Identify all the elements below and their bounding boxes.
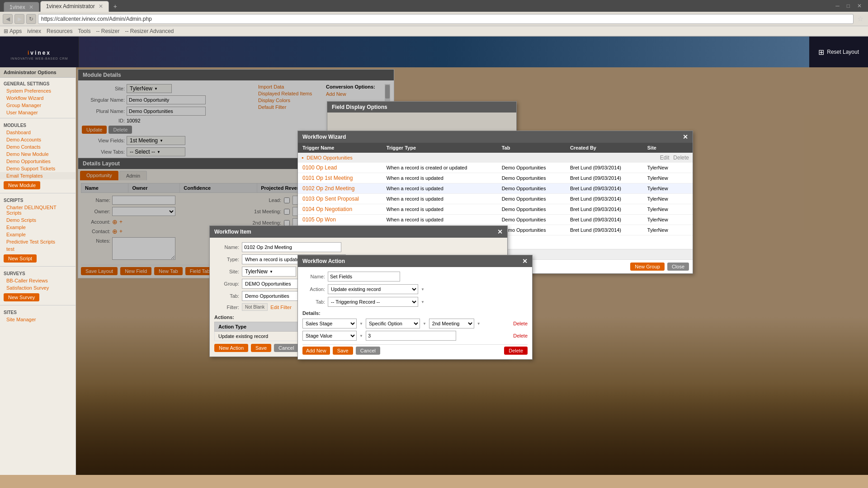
- bookmark-apps[interactable]: ⊞ Apps: [4, 28, 22, 34]
- window-maximize[interactable]: □: [844, 2, 853, 10]
- back-button[interactable]: ◀: [3, 14, 13, 24]
- row4-name[interactable]: 0103 Op Sent Proposal: [302, 196, 359, 202]
- group-edit-link[interactable]: Edit: [660, 155, 670, 161]
- window-close[interactable]: ✕: [854, 2, 864, 10]
- row6-name[interactable]: 0105 Op Won: [302, 216, 336, 223]
- bookmark-resources[interactable]: Resources: [47, 28, 72, 34]
- new-tab-btn[interactable]: +: [110, 1, 121, 12]
- wa-value-type-select-1[interactable]: 2nd Meeting: [429, 319, 474, 328]
- sidebar-item-charter[interactable]: Charter DELINQUENT Scripts: [0, 204, 75, 216]
- sidebar: Administrator Options GENERAL SETTINGS S…: [0, 67, 76, 475]
- wa-action-select[interactable]: Update existing record: [328, 284, 418, 294]
- refresh-button[interactable]: ↻: [26, 14, 36, 24]
- new-survey-button[interactable]: New Survey: [4, 293, 39, 301]
- tab-1-label: 1vinex: [9, 4, 25, 10]
- row3-name[interactable]: 0102 Op 2nd Meeting: [302, 185, 354, 192]
- ww-col-tab: Tab: [497, 143, 566, 153]
- wa-name-label: Name:: [302, 274, 325, 279]
- sidebar-item-email-templates[interactable]: Email Templates: [0, 172, 75, 179]
- window-minimize[interactable]: ─: [833, 2, 842, 10]
- sidebar-item-dashboard[interactable]: Dashboard: [0, 129, 75, 136]
- wi-modal-header: Workflow Item ✕: [210, 226, 507, 238]
- wa-delete-row-1[interactable]: Delete: [513, 321, 528, 326]
- sidebar-item-predictive[interactable]: Predictive Test Scripts: [0, 238, 75, 245]
- wa-delete-row-2[interactable]: Delete: [513, 333, 528, 338]
- wi-save-button[interactable]: Save: [251, 344, 271, 352]
- wi-edit-filter-link[interactable]: Edit Filter: [270, 305, 291, 310]
- ww-modal-close[interactable]: ✕: [683, 133, 688, 141]
- sidebar-item-demo-new-module[interactable]: Demo New Module: [0, 150, 75, 158]
- wi-group-label: Group:: [214, 281, 239, 286]
- ww-new-group-button[interactable]: New Group: [630, 263, 665, 271]
- wa-action-dropdown-icon: ▼: [421, 287, 425, 291]
- sidebar-item-system-preferences[interactable]: System Preferences: [0, 87, 75, 94]
- table-row: 0100 Op Lead When a record is created or…: [298, 163, 693, 173]
- sidebar-item-group-manager[interactable]: Group Manager: [0, 102, 75, 109]
- browser-tab-2[interactable]: 1vinex Administrator ✕: [40, 1, 109, 12]
- sidebar-item-demo-accounts[interactable]: Demo Accounts: [0, 136, 75, 143]
- bookmark-star[interactable]: ☆: [855, 14, 865, 23]
- ww-modal-header: Workflow Wizard ✕: [298, 131, 693, 143]
- wa-field-dropdown-1: ▼: [359, 322, 363, 326]
- address-bar[interactable]: https://callcenter.ivinex.com/Admin/Admi…: [38, 14, 854, 24]
- wi-modal-close[interactable]: ✕: [497, 228, 503, 235]
- wa-delete-button[interactable]: Delete: [504, 347, 528, 355]
- bookmark-ivinex[interactable]: ivinex: [27, 28, 41, 34]
- app-header: ivinex INNOVATIVE WEB-BASED CRM ⊞ Reset …: [0, 37, 868, 67]
- sidebar-item-example2[interactable]: Example: [0, 231, 75, 238]
- sidebar-item-satisfaction[interactable]: Satisfaction Survey: [0, 284, 75, 291]
- wa-name-input[interactable]: [328, 272, 400, 282]
- row5-name[interactable]: 0104 Op Negotiation: [302, 206, 352, 212]
- sidebar-item-example1[interactable]: Example: [0, 224, 75, 231]
- sidebar-item-test[interactable]: test: [0, 245, 75, 253]
- new-module-button[interactable]: New Module: [4, 181, 40, 189]
- modules-section: MODULES Dashboard Demo Accounts Demo Con…: [0, 119, 75, 192]
- tab-1-close[interactable]: ✕: [29, 4, 33, 10]
- bookmark-resizer-advanced[interactable]: -- Resizer Advanced: [125, 28, 174, 34]
- tab-2-close[interactable]: ✕: [99, 3, 103, 9]
- new-script-button[interactable]: New Script: [4, 254, 37, 263]
- sidebar-item-demo-support[interactable]: Demo Support Tickets: [0, 165, 75, 172]
- wi-name-input[interactable]: [242, 242, 341, 252]
- wi-new-action-button[interactable]: New Action: [214, 344, 248, 352]
- wa-condition-select-1[interactable]: Specific Option: [366, 319, 420, 328]
- fdo-modal-header: Field Display Options: [327, 102, 516, 113]
- wa-modal-close[interactable]: ✕: [522, 258, 528, 265]
- wa-value-input-2[interactable]: [366, 331, 456, 341]
- demo-opp-group-label[interactable]: DEMO Opportunities: [307, 155, 352, 160]
- wa-tab-select[interactable]: -- Triggering Record --: [328, 297, 418, 307]
- bookmark-resizer[interactable]: -- Resizer: [96, 28, 119, 34]
- tab-2-label: 1vinex Administrator: [46, 3, 95, 9]
- ww-group-demo: ▪ DEMO Opportunities Edit Delete: [298, 153, 693, 163]
- wi-filter-label: Filter:: [214, 305, 239, 310]
- browser-tab-1[interactable]: 1vinex ✕: [4, 2, 39, 12]
- bookmark-tools[interactable]: Tools: [78, 28, 90, 34]
- wa-field-select-2[interactable]: Stage Value: [302, 331, 357, 341]
- browser-tabs-container: 1vinex ✕ 1vinex Administrator ✕ +: [4, 0, 121, 12]
- row2-name[interactable]: 0101 Op 1st Meeting: [302, 175, 353, 181]
- wa-field-select-1[interactable]: Sales Stage: [302, 319, 357, 328]
- sidebar-item-workflow-wizard[interactable]: Workflow Wizard: [0, 94, 75, 102]
- forward-button[interactable]: ▶: [14, 14, 24, 24]
- table-row: 0101 Op 1st Meeting When a record is upd…: [298, 173, 693, 183]
- wa-cancel-button[interactable]: Cancel: [356, 347, 380, 355]
- reset-layout-btn[interactable]: ⊞ Reset Layout: [809, 37, 868, 67]
- sidebar-item-bb-caller[interactable]: BB-Caller Reviews: [0, 277, 75, 284]
- row1-name[interactable]: 0100 Op Lead: [302, 164, 337, 171]
- table-row: 0103 Op Sent Proposal When a record is u…: [298, 194, 693, 204]
- wa-add-new-button[interactable]: Add New: [302, 347, 330, 355]
- sidebar-item-user-manager[interactable]: User Manager: [0, 109, 75, 116]
- workflow-action-modal: Workflow Action ✕ Name: Action: Update e…: [297, 255, 533, 360]
- wi-site-select[interactable]: TylerNew ▼: [242, 267, 296, 277]
- sidebar-item-demo-scripts[interactable]: Demo Scripts: [0, 216, 75, 224]
- modules-title: MODULES: [0, 121, 75, 129]
- sidebar-item-demo-contacts[interactable]: Demo Contacts: [0, 143, 75, 150]
- wi-cancel-button[interactable]: Cancel: [274, 344, 298, 352]
- demo-opp-group-toggle[interactable]: ▪: [302, 155, 303, 161]
- wa-save-button[interactable]: Save: [333, 347, 353, 355]
- ww-col-created-by: Created By: [566, 143, 643, 153]
- sidebar-item-demo-opportunities[interactable]: Demo Opportunities: [0, 158, 75, 165]
- group-delete-link[interactable]: Delete: [673, 155, 689, 161]
- ww-close-button[interactable]: Close: [667, 263, 689, 271]
- sidebar-item-site-manager[interactable]: Site Manager: [0, 316, 75, 323]
